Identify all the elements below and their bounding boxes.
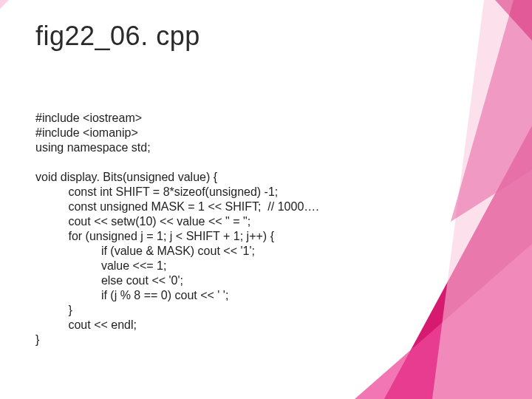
- content-area: fig22_06. cpp #include <iostream> #inclu…: [35, 21, 488, 347]
- slide: fig22_06. cpp #include <iostream> #inclu…: [0, 0, 532, 399]
- corner-accent: [0, 0, 7, 7]
- code-block: #include <iostream> #include <iomanip> u…: [35, 111, 488, 347]
- slide-title: fig22_06. cpp: [35, 21, 488, 52]
- svg-marker-4: [495, 0, 532, 41]
- svg-marker-5: [0, 0, 9, 9]
